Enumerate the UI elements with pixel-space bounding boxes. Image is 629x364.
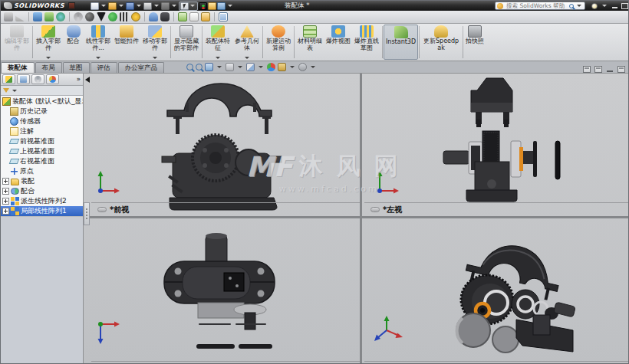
tree-item-top-plane[interactable]: 上视基准面	[1, 146, 83, 156]
dropdown-caret[interactable]	[259, 66, 263, 68]
mate-button[interactable]: 配合	[63, 25, 84, 60]
select-dropdown-caret[interactable]	[190, 5, 195, 7]
tab-layout[interactable]: 布局	[35, 62, 62, 73]
graphics-area[interactable]: MF沐风网 www.mfcad.com *前视	[84, 74, 629, 364]
view-orientation-icon[interactable]	[246, 63, 255, 71]
dropdown-caret[interactable]	[96, 57, 100, 59]
update-speedpak-button[interactable]: 更新Speedpak	[420, 25, 462, 60]
new-motion-study-button[interactable]: 新建运动算例	[264, 25, 293, 60]
filter-dropdown-caret[interactable]	[12, 90, 17, 92]
tab-evaluate[interactable]: 评估	[91, 62, 117, 73]
expand-toggle[interactable]	[2, 208, 9, 215]
feature-manager-tab[interactable]	[2, 74, 15, 84]
viewport-horizontal-splitter[interactable]	[84, 216, 629, 218]
window-cascade-icon[interactable]	[617, 66, 625, 73]
render-sphere-icon[interactable]	[85, 12, 94, 21]
left-view-model[interactable]	[433, 75, 601, 213]
zoom-fit-icon[interactable]	[186, 64, 193, 71]
tree-item-origin[interactable]: 原点	[1, 166, 83, 176]
tree-item-front-plane[interactable]: 前视基准面	[1, 136, 83, 146]
gear-icon[interactable]	[74, 12, 83, 21]
app-menu-badge[interactable]	[68, 2, 75, 9]
configuration-manager-tab[interactable]	[31, 74, 44, 84]
tab-sketch[interactable]: 草图	[63, 62, 90, 73]
insert-components-button[interactable]: 插入零部件	[34, 25, 63, 60]
dropdown-caret[interactable]	[46, 57, 51, 59]
open-icon[interactable]	[108, 2, 117, 10]
restore-window-icon[interactable]	[621, 3, 628, 9]
note-new-icon[interactable]	[178, 12, 187, 21]
window-restore-icon[interactable]	[583, 66, 591, 73]
move-component-button[interactable]: 移动零部件	[140, 25, 170, 60]
tab-office-products[interactable]: 办公室产品	[118, 62, 165, 73]
open-dropdown-caret[interactable]	[119, 5, 123, 7]
options-dropdown-caret[interactable]	[228, 5, 232, 7]
display-manager-tab[interactable]	[46, 74, 59, 84]
search-box[interactable]	[495, 2, 585, 10]
display-style-icon[interactable]	[267, 63, 275, 71]
save-dropdown-caret[interactable]	[137, 5, 141, 7]
search-dropdown-caret[interactable]	[577, 5, 581, 7]
dropdown-caret[interactable]	[153, 57, 157, 59]
undo-dropdown-caret[interactable]	[172, 5, 176, 7]
key-icon[interactable]	[4, 12, 13, 21]
save-icon[interactable]	[126, 2, 134, 10]
tree-item-mates[interactable]: 配合	[1, 186, 83, 196]
tree-item-root[interactable]: 装配体 (默认<默认_显示状态-1	[1, 97, 83, 107]
panel-splitter-handle[interactable]	[84, 202, 90, 225]
exploded-view-button[interactable]: 爆炸视图	[324, 25, 352, 60]
new-document-icon[interactable]	[91, 2, 99, 10]
binoculars-icon[interactable]	[160, 12, 170, 21]
reference-geometry-button[interactable]: 参考几何体	[232, 25, 262, 60]
undo-icon[interactable]	[161, 2, 170, 10]
print-dropdown-caret[interactable]	[154, 5, 159, 7]
search-input[interactable]	[505, 2, 568, 10]
edit-component-button[interactable]: 编辑零部件	[2, 25, 31, 60]
help-dropdown-caret[interactable]	[602, 5, 607, 7]
isometric-view-model[interactable]	[443, 223, 629, 364]
window-minimize-icon[interactable]	[606, 66, 614, 73]
dropdown-caret[interactable]	[217, 66, 222, 68]
new-dropdown-caret[interactable]	[101, 5, 106, 7]
minimize-window-icon[interactable]	[611, 3, 618, 9]
tree-item-local-pattern-1[interactable]: 局部线性阵列1	[1, 206, 83, 216]
viewport-vertical-splitter[interactable]	[360, 74, 362, 364]
zoom-area-icon[interactable]	[196, 64, 203, 71]
property-manager-tab[interactable]	[17, 74, 30, 84]
rebuild-icon[interactable]	[199, 2, 207, 10]
tree-item-right-plane[interactable]: 右视基准面	[1, 156, 83, 166]
tab-assembly[interactable]: 装配体	[1, 62, 35, 73]
instant3d-button[interactable]: Instant3D	[384, 25, 418, 60]
manager-overflow-chevron[interactable]: »	[77, 76, 83, 83]
add-target-icon[interactable]	[131, 12, 140, 21]
assembly-features-button[interactable]: 装配体特征	[203, 25, 232, 60]
tree-item-sensors[interactable]: 传感器	[1, 116, 83, 126]
bill-of-materials-button[interactable]: 材料明细表	[295, 25, 324, 60]
refresh-icon[interactable]	[56, 12, 65, 21]
section-view-icon[interactable]	[226, 63, 234, 71]
show-hidden-components-button[interactable]: 显示隐藏的零部件	[172, 25, 201, 60]
linear-component-pattern-button[interactable]: 线性零部件...	[84, 25, 113, 60]
user-icon[interactable]	[149, 12, 158, 21]
dropdown-caret[interactable]	[245, 57, 249, 59]
hide-show-items-icon[interactable]	[278, 63, 286, 71]
smart-fasteners-button[interactable]: 智能扣件	[113, 25, 140, 60]
note-open-icon[interactable]	[189, 12, 199, 21]
dimension-icon[interactable]	[120, 12, 129, 21]
print-icon[interactable]	[143, 2, 152, 10]
grid-icon[interactable]	[219, 12, 228, 21]
take-snapshot-button[interactable]: 拍快照	[464, 25, 486, 60]
previous-view-icon[interactable]	[205, 63, 213, 71]
tree-item-annotations[interactable]: 注解	[1, 126, 83, 136]
dropdown-caret[interactable]	[216, 57, 220, 59]
statistics-icon[interactable]	[44, 12, 54, 21]
tree-item-derived-pattern-2[interactable]: 派生线性阵列2	[1, 196, 83, 206]
expand-toggle[interactable]	[2, 178, 9, 185]
note-edit-icon[interactable]	[201, 12, 210, 21]
edit-appearance-icon[interactable]	[298, 63, 307, 71]
window-maximize-icon[interactable]	[594, 66, 602, 73]
dropdown-caret[interactable]	[311, 66, 315, 68]
dropdown-caret[interactable]	[290, 66, 295, 68]
filter-funnel-icon[interactable]	[3, 88, 9, 93]
expand-toggle[interactable]	[2, 198, 9, 205]
